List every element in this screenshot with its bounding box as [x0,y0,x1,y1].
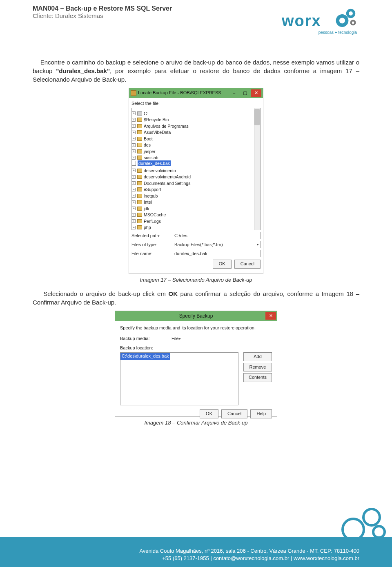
ok-button[interactable]: OK [200,409,218,418]
add-button[interactable]: Add [243,352,272,361]
scrollbar[interactable] [254,108,260,230]
selected-location[interactable]: C:\des\duralex_des.bak [120,353,170,360]
select-file-label: Select the file: [131,100,261,107]
dialog-icon [131,90,136,96]
chevron-down-icon: ▾ [257,242,259,247]
gear-icon [331,5,359,33]
specify-backup-dialog: Specify Backup ✕ Specify the backup medi… [115,311,277,417]
caption-1: Imagem 17 – Selecionando Arquivo de Back… [33,276,359,284]
folder-icon [137,118,142,122]
selected-tree-file[interactable]: duralex_des.bak [138,160,171,166]
company-logo: worx pessoas + tecnologia [282,5,359,42]
files-type-dropdown[interactable]: Backup Files(*.bak;*.trn)▾ [173,241,261,248]
locate-backup-dialog: Locate Backup File - BOB\SQLEXPRESS – ▢ … [129,88,263,274]
contents-button[interactable]: Contents [243,373,272,382]
dialog2-instruction: Specify the backup media and its locatio… [120,325,272,331]
ok-button[interactable]: OK [213,260,232,268]
svg-point-5 [352,22,354,24]
close-button[interactable]: ✕ [251,89,261,97]
svg-point-1 [349,11,353,16]
backup-location-list[interactable]: C:\des\duralex_des.bak [120,352,238,405]
files-type-label: Files of type: [131,242,170,248]
file-tree[interactable]: C: $Recycle.Bin Arquivos de Programas As… [131,108,261,230]
logo-subtitle: pessoas + tecnologia [318,30,357,35]
dialog1-titlebar[interactable]: Locate Backup File - BOB\SQLEXPRESS – ▢ … [129,88,263,98]
main-content: Encontre o caminho do backup e selecione… [0,42,392,427]
header-left: MAN004 – Back-up e Restore MS SQL Server… [33,5,172,19]
page-header: MAN004 – Back-up e Restore MS SQL Server… [0,0,392,42]
dialog1-title: Locate Backup File - BOB\SQLEXPRESS [138,90,221,96]
footer-contact: +55 (65) 2137-1955 | contato@worxtecnolo… [139,555,359,562]
backup-location-label: Backup location: [120,345,272,351]
client-line: Cliente: Duralex Sistemas [33,12,172,19]
selected-path-field[interactable]: C:\des [173,232,261,239]
svg-point-6 [363,509,380,525]
paragraph-2: Selecionado o arquivo de back-up click e… [33,289,359,307]
cancel-button[interactable]: Cancel [221,409,247,418]
cancel-button[interactable]: Cancel [234,260,261,268]
dialog2-title: Specify Backup [179,313,213,320]
logo-text: worx [282,12,321,30]
remove-button[interactable]: Remove [243,363,272,371]
selected-path-label: Selected path: [131,233,170,239]
dialog2-titlebar[interactable]: Specify Backup ✕ [115,311,277,321]
svg-point-3 [339,18,345,24]
file-icon [132,161,136,166]
backup-media-label: Backup media: [120,336,169,342]
document-title: MAN004 – Back-up e Restore MS SQL Server [33,5,172,12]
drive-icon [137,111,142,116]
chevron-down-icon: ▾ [179,337,181,341]
file-name-label: File name: [131,251,170,257]
paragraph-1: Encontre o caminho do backup e selecione… [33,58,359,84]
maximize-button[interactable]: ▢ [240,89,250,97]
footer-gears-icon [331,505,388,542]
page-footer: Avenida Couto Magalhães, nº 2016, sala 2… [0,518,392,567]
close-button[interactable]: ✕ [265,312,276,320]
minimize-button[interactable]: – [229,89,239,97]
backup-media-dropdown[interactable]: File▾ [172,336,272,342]
help-button[interactable]: Help [250,409,272,418]
footer-address: Avenida Couto Magalhães, nº 2016, sala 2… [139,547,359,555]
svg-point-8 [373,526,385,538]
file-name-field[interactable]: duralex_des.bak [173,250,261,257]
